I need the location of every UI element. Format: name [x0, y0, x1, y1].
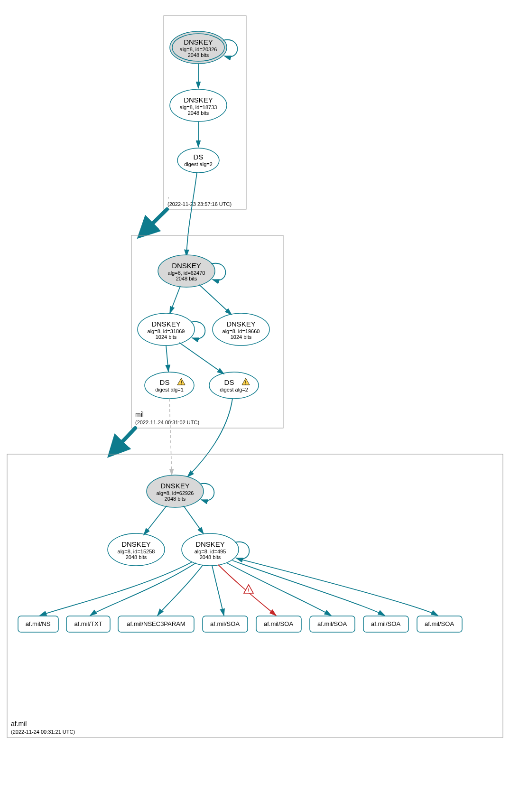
- node-sub2: 2048 bits: [126, 554, 147, 560]
- node-sub2: 2048 bits: [188, 52, 209, 58]
- node-root-zsk[interactable]: DNSKEY alg=8, id=18733 2048 bits: [170, 89, 227, 121]
- node-rr-soa5[interactable]: af.mil/SOA: [417, 616, 462, 632]
- node-title: DNSKEY: [151, 320, 181, 328]
- rr-label: af.mil/SOA: [425, 620, 454, 627]
- zone-root: . (2022-11-23 23:57:16 UTC) DNSKEY alg=8…: [164, 16, 246, 209]
- warning-icon-red: !: [244, 585, 253, 593]
- edge-zskB-to-txt: [90, 563, 196, 616]
- node-title: DNSKEY: [172, 261, 201, 270]
- node-af-zskB[interactable]: DNSKEY alg=8, id=495 2048 bits: [182, 533, 239, 566]
- svg-text:!: !: [248, 588, 250, 593]
- node-sub2: 2048 bits: [176, 276, 197, 281]
- node-title: DNSKEY: [121, 540, 151, 548]
- node-sub2: 1024 bits: [156, 334, 177, 340]
- node-sub1: digest alg=2: [184, 161, 213, 167]
- node-mil-ksk[interactable]: DNSKEY alg=8, id=62470 2048 bits: [158, 255, 215, 287]
- svg-rect-13: [7, 454, 503, 737]
- node-mil-ds2[interactable]: DS digest alg=2 !: [209, 372, 259, 399]
- zone-root-label: .: [167, 192, 169, 200]
- edge-zskB-to-ns: [40, 562, 192, 616]
- node-sub2: 1024 bits: [231, 334, 252, 340]
- node-sub1: alg=8, id=31869: [148, 328, 185, 334]
- node-title: DNSKEY: [226, 320, 256, 328]
- node-af-zskA[interactable]: DNSKEY alg=8, id=15258 2048 bits: [108, 533, 165, 566]
- edge-zskB-to-soa1: [212, 566, 224, 616]
- node-sub1: alg=8, id=19660: [223, 328, 260, 334]
- edge-zone-root-to-mil: [142, 209, 167, 233]
- svg-text:!: !: [245, 380, 247, 385]
- zone-mil-ts: (2022-11-24 00:31:02 UTC): [135, 420, 199, 425]
- node-root-ds[interactable]: DS digest alg=2: [177, 148, 219, 173]
- node-sub2: 2048 bits: [165, 496, 186, 502]
- node-rr-soa3[interactable]: af.mil/SOA: [310, 616, 355, 632]
- zone-afmil: af.mil (2022-11-24 00:31:21 UTC) DNSKEY …: [7, 454, 503, 737]
- node-mil-ds1[interactable]: DS digest alg=1 !: [145, 372, 194, 399]
- svg-text:!: !: [180, 380, 182, 385]
- node-sub1: alg=8, id=20326: [180, 47, 217, 52]
- zone-mil: mil (2022-11-24 00:31:02 UTC) DNSKEY alg…: [131, 235, 283, 428]
- edge-mil-zsk1-to-ds1: [166, 345, 168, 372]
- rr-label: af.mil/SOA: [317, 620, 347, 627]
- edge-zskB-to-soa4: [232, 560, 385, 616]
- node-sub2: 2048 bits: [188, 110, 209, 116]
- edge-mil-ksk-to-zsk2: [199, 285, 232, 315]
- node-title: DS: [194, 153, 204, 161]
- node-sub1: digest alg=1: [155, 387, 184, 392]
- zone-mil-label: mil: [135, 411, 144, 418]
- node-rr-txt[interactable]: af.mil/TXT: [66, 616, 110, 632]
- node-mil-zsk1[interactable]: DNSKEY alg=8, id=31869 1024 bits: [138, 313, 195, 345]
- node-af-ksk[interactable]: DNSKEY alg=8, id=62926 2048 bits: [147, 475, 204, 507]
- node-sub1: alg=8, id=62926: [157, 490, 194, 496]
- node-rr-soa4[interactable]: af.mil/SOA: [363, 616, 408, 632]
- node-sub1: alg=8, id=15258: [118, 549, 155, 554]
- node-sub1: alg=8, id=495: [195, 549, 226, 554]
- node-title: DS: [224, 378, 234, 386]
- rr-label: af.mil/SOA: [371, 620, 400, 627]
- node-rr-n3p[interactable]: af.mil/NSEC3PARAM: [118, 616, 194, 632]
- node-title: DNSKEY: [184, 38, 213, 46]
- rr-label: af.mil/SOA: [264, 620, 293, 627]
- node-title: DNSKEY: [184, 96, 213, 104]
- node-sub1: alg=8, id=18733: [180, 104, 217, 110]
- zone-afmil-ts: (2022-11-24 00:31:21 UTC): [11, 729, 75, 735]
- node-sub1: digest alg=2: [220, 387, 248, 392]
- edge-af-ksk-to-zskB: [184, 506, 204, 534]
- edge-zone-mil-to-afmil: [112, 428, 135, 452]
- edge-mil-ds2-to-af-ksk: [187, 399, 232, 477]
- node-rr-soa2[interactable]: af.mil/SOA: [256, 616, 301, 632]
- zone-afmil-label: af.mil: [11, 720, 27, 728]
- rr-label: af.mil/NS: [26, 620, 51, 627]
- rr-label: af.mil/SOA: [210, 620, 240, 627]
- edge-af-ksk-to-zskA: [144, 506, 167, 535]
- edge-mil-zsk1-to-ds2: [179, 343, 224, 374]
- node-sub1: alg=8, id=62470: [168, 270, 205, 276]
- node-root-ksk[interactable]: DNSKEY alg=8, id=20326 2048 bits: [170, 31, 227, 64]
- node-title: DNSKEY: [160, 482, 190, 490]
- node-sub2: 2048 bits: [200, 554, 221, 560]
- node-title: DNSKEY: [195, 540, 225, 548]
- node-title: DS: [160, 378, 170, 386]
- edge-mil-ds1-to-af-ksk: [169, 399, 172, 475]
- rr-label: af.mil/NSEC3PARAM: [127, 620, 185, 627]
- node-mil-zsk2[interactable]: DNSKEY alg=8, id=19660 1024 bits: [213, 313, 269, 345]
- zone-root-ts: (2022-11-23 23:57:16 UTC): [167, 201, 232, 207]
- edge-mil-ksk-to-zsk1: [170, 286, 180, 313]
- dnssec-graph: . (2022-11-23 23:57:16 UTC) DNSKEY alg=8…: [0, 0, 510, 812]
- edge-root-ds-to-mil-ksk: [186, 173, 197, 256]
- rr-label: af.mil/TXT: [74, 620, 102, 627]
- node-rr-ns[interactable]: af.mil/NS: [18, 616, 58, 632]
- node-rr-soa1[interactable]: af.mil/SOA: [203, 616, 248, 632]
